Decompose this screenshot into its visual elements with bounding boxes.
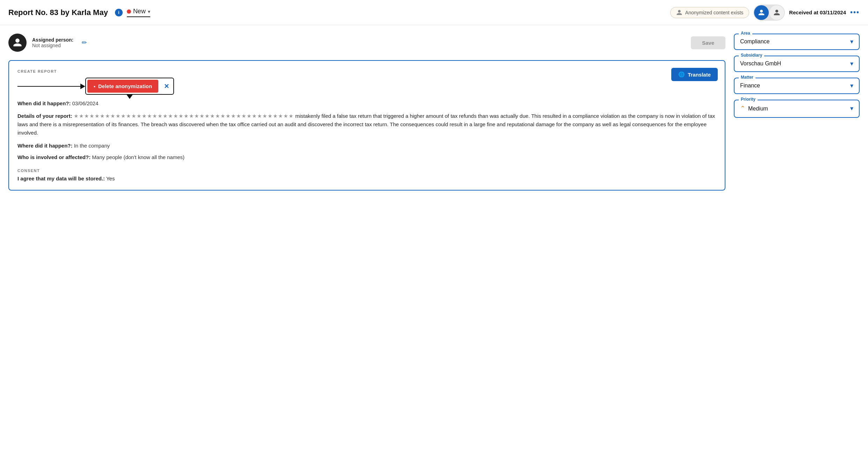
right-panel: Area Compliance ▾ Subsidiary Vorschau Gm… xyxy=(734,34,860,191)
content-area: Assigned person: Not assigned ✏ Save 🌐 T… xyxy=(0,25,868,199)
trash-icon: ▪ xyxy=(94,84,95,89)
area-select[interactable]: Compliance xyxy=(740,38,853,44)
details-text: Details of your report: ★★★★★★★★★★★★★★★★… xyxy=(17,112,716,137)
subsidiary-select[interactable]: Vorschau GmbH xyxy=(740,60,853,66)
details-section: Details of your report: ★★★★★★★★★★★★★★★★… xyxy=(17,112,716,137)
redacted-text: ★★★★★★★★★★★★★★★★★★★★★★★★★★★★★★★★★★★★★★★★… xyxy=(74,113,294,119)
report-title: Report No. 83 by Karla May xyxy=(8,8,108,17)
more-options-button[interactable]: ••• xyxy=(850,8,860,16)
status-badge[interactable]: New ▾ xyxy=(127,8,150,17)
priority-icon: ⌃ xyxy=(740,105,745,112)
page-header: Report No. 83 by Karla May i New ▾ Anony… xyxy=(0,0,868,25)
delete-anonymization-button[interactable]: ▪ Delete anonymization xyxy=(87,80,158,93)
popup-close-button[interactable]: ✕ xyxy=(161,81,172,92)
popup-arrow-down xyxy=(126,94,133,99)
assigned-row: Assigned person: Not assigned ✏ Save xyxy=(8,34,725,52)
left-panel: Assigned person: Not assigned ✏ Save 🌐 T… xyxy=(8,34,725,191)
when-label: When did it happen?: xyxy=(17,100,71,106)
assigned-value: Not assigned xyxy=(32,43,73,48)
matter-select-wrapper: Finance ▾ xyxy=(740,83,853,88)
matter-select[interactable]: Finance xyxy=(740,83,853,88)
subsidiary-label: Subsidiary xyxy=(739,53,764,58)
delete-anon-popup: ▪ Delete anonymization ✕ xyxy=(85,78,174,95)
status-label: New xyxy=(133,8,146,15)
consent-section-label: CONSENT xyxy=(17,169,716,173)
subsidiary-field-group: Subsidiary Vorschau GmbH ▾ xyxy=(734,56,860,72)
report-card: 🌐 Translate CREATE REPORT ▪ Delete anony… xyxy=(8,60,725,191)
consent-answer: Yes xyxy=(106,176,115,181)
avatar-group xyxy=(753,5,785,21)
who-row: Who is involved or affected?: Many peopl… xyxy=(17,154,716,160)
where-value: In the company xyxy=(74,143,110,149)
when-did-row: When did it happen?: 03/06/2024 xyxy=(17,100,716,106)
consent-value: I agree that my data will be stored.: Ye… xyxy=(17,176,716,181)
matter-field-group: Matter Finance ▾ xyxy=(734,78,860,94)
globe-icon: 🌐 xyxy=(678,71,685,78)
edit-icon[interactable]: ✏ xyxy=(82,39,87,46)
save-button[interactable]: Save xyxy=(691,36,725,49)
subsidiary-select-wrapper: Vorschau GmbH ▾ xyxy=(740,60,853,66)
when-value: 03/06/2024 xyxy=(72,100,98,106)
anon-badge-text: Anonymized content exists xyxy=(685,10,744,15)
person-icon xyxy=(676,9,682,16)
delete-anon-popup-container: ▪ Delete anonymization ✕ xyxy=(17,78,716,95)
priority-select-wrapper: ⌃ Medium ▾ xyxy=(740,105,853,112)
details-label: Details of your report: xyxy=(17,113,72,119)
arrow-line xyxy=(17,86,80,87)
active-user-avatar[interactable] xyxy=(754,5,769,20)
received-text: Received at 03/11/2024 xyxy=(789,9,846,15)
info-icon[interactable]: i xyxy=(115,9,123,16)
chevron-down-icon: ▾ xyxy=(148,9,150,14)
assigned-info: Assigned person: Not assigned xyxy=(32,37,73,48)
status-dot xyxy=(127,9,131,14)
area-select-wrapper: Compliance ▾ xyxy=(740,38,853,44)
arrow-head xyxy=(80,84,85,89)
where-label: Where did it happen?: xyxy=(17,143,73,149)
create-report-label: CREATE REPORT xyxy=(17,69,716,73)
who-label: Who is involved or affected?: xyxy=(17,154,91,160)
arrow-indicator xyxy=(17,84,85,89)
consent-label: I agree that my data will be stored.: xyxy=(17,176,105,181)
priority-field-group: Priority ⌃ Medium ▾ xyxy=(734,100,860,118)
other-user-avatar[interactable] xyxy=(769,5,784,20)
priority-label: Priority xyxy=(739,97,758,102)
priority-select[interactable]: Medium xyxy=(748,106,853,112)
who-value: Many people (don't know all the names) xyxy=(92,154,185,160)
assigned-label: Assigned person: xyxy=(32,37,73,43)
assigned-avatar xyxy=(8,34,27,52)
area-field-group: Area Compliance ▾ xyxy=(734,34,860,50)
anon-badge[interactable]: Anonymized content exists xyxy=(670,7,750,18)
where-row: Where did it happen?: In the company xyxy=(17,143,716,149)
matter-label: Matter xyxy=(739,75,755,80)
area-label: Area xyxy=(739,31,752,36)
